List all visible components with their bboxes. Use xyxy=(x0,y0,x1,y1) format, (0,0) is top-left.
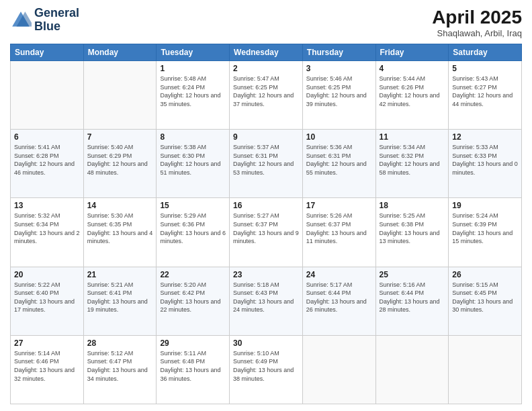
day-number: 27 xyxy=(14,338,80,348)
day-info: Sunrise: 5:33 AMSunset: 6:33 PMDaylight:… xyxy=(452,143,518,177)
day-number: 18 xyxy=(380,201,445,210)
day-number: 9 xyxy=(233,132,299,142)
calendar-cell: 7Sunrise: 5:40 AMSunset: 6:29 PMDaylight… xyxy=(83,130,157,198)
day-number: 24 xyxy=(306,270,372,279)
day-info: Sunrise: 5:32 AMSunset: 6:34 PMDaylight:… xyxy=(14,212,80,245)
day-info: Sunrise: 5:29 AMSunset: 6:36 PMDaylight:… xyxy=(160,212,226,245)
calendar-cell xyxy=(449,335,522,404)
calendar-cell: 22Sunrise: 5:20 AMSunset: 6:42 PMDayligh… xyxy=(157,267,230,335)
calendar-week-row: 27Sunrise: 5:14 AMSunset: 6:46 PMDayligh… xyxy=(11,335,522,404)
day-number: 22 xyxy=(160,270,226,279)
day-info: Sunrise: 5:34 AMSunset: 6:32 PMDaylight:… xyxy=(380,143,445,177)
day-info: Sunrise: 5:44 AMSunset: 6:26 PMDaylight:… xyxy=(380,75,445,108)
day-info: Sunrise: 5:38 AMSunset: 6:30 PMDaylight:… xyxy=(160,143,226,177)
day-info: Sunrise: 5:27 AMSunset: 6:37 PMDaylight:… xyxy=(233,212,299,245)
day-number: 1 xyxy=(160,64,226,73)
weekday-header: Tuesday xyxy=(157,44,230,61)
calendar-cell: 8Sunrise: 5:38 AMSunset: 6:30 PMDaylight… xyxy=(157,130,230,198)
day-number: 17 xyxy=(306,201,372,210)
calendar-cell: 16Sunrise: 5:27 AMSunset: 6:37 PMDayligh… xyxy=(230,198,303,267)
day-number: 2 xyxy=(233,64,299,73)
day-number: 4 xyxy=(380,64,445,73)
day-info: Sunrise: 5:11 AMSunset: 6:48 PMDaylight:… xyxy=(160,349,226,383)
calendar-week-row: 6Sunrise: 5:41 AMSunset: 6:28 PMDaylight… xyxy=(11,130,522,198)
day-number: 3 xyxy=(306,64,372,73)
calendar-cell: 28Sunrise: 5:12 AMSunset: 6:47 PMDayligh… xyxy=(83,335,157,404)
day-info: Sunrise: 5:10 AMSunset: 6:49 PMDaylight:… xyxy=(233,349,299,383)
weekday-header: Wednesday xyxy=(230,44,303,61)
subtitle: Shaqlawah, Arbil, Iraq xyxy=(432,28,522,38)
calendar-cell: 14Sunrise: 5:30 AMSunset: 6:35 PMDayligh… xyxy=(83,198,157,267)
calendar-cell: 20Sunrise: 5:22 AMSunset: 6:40 PMDayligh… xyxy=(11,267,84,335)
day-info: Sunrise: 5:43 AMSunset: 6:27 PMDaylight:… xyxy=(452,75,518,108)
title-block: April 2025 Shaqlawah, Arbil, Iraq xyxy=(432,7,522,38)
calendar-cell: 24Sunrise: 5:17 AMSunset: 6:44 PMDayligh… xyxy=(302,267,375,335)
day-info: Sunrise: 5:20 AMSunset: 6:42 PMDaylight:… xyxy=(160,281,226,314)
calendar-cell: 30Sunrise: 5:10 AMSunset: 6:49 PMDayligh… xyxy=(230,335,303,404)
calendar-cell: 26Sunrise: 5:15 AMSunset: 6:45 PMDayligh… xyxy=(449,267,522,335)
day-info: Sunrise: 5:18 AMSunset: 6:43 PMDaylight:… xyxy=(233,281,299,314)
calendar-cell xyxy=(11,61,84,130)
day-info: Sunrise: 5:41 AMSunset: 6:28 PMDaylight:… xyxy=(14,143,80,177)
logo-line2: Blue xyxy=(34,20,79,34)
calendar-cell xyxy=(83,61,157,130)
calendar-cell: 27Sunrise: 5:14 AMSunset: 6:46 PMDayligh… xyxy=(11,335,84,404)
day-info: Sunrise: 5:21 AMSunset: 6:41 PMDaylight:… xyxy=(87,281,153,314)
calendar-cell: 13Sunrise: 5:32 AMSunset: 6:34 PMDayligh… xyxy=(11,198,84,267)
day-number: 29 xyxy=(160,338,226,348)
day-info: Sunrise: 5:30 AMSunset: 6:35 PMDaylight:… xyxy=(87,212,153,245)
day-info: Sunrise: 5:12 AMSunset: 6:47 PMDaylight:… xyxy=(87,349,153,383)
day-number: 13 xyxy=(14,201,80,210)
day-number: 20 xyxy=(14,270,80,279)
day-number: 16 xyxy=(233,201,299,210)
calendar-cell: 18Sunrise: 5:25 AMSunset: 6:38 PMDayligh… xyxy=(375,198,449,267)
weekday-header: Friday xyxy=(375,44,449,61)
calendar-cell: 11Sunrise: 5:34 AMSunset: 6:32 PMDayligh… xyxy=(375,130,449,198)
calendar-cell: 25Sunrise: 5:16 AMSunset: 6:44 PMDayligh… xyxy=(375,267,449,335)
day-number: 5 xyxy=(452,64,518,73)
day-number: 7 xyxy=(87,132,153,142)
main-title: April 2025 xyxy=(432,7,522,28)
day-info: Sunrise: 5:48 AMSunset: 6:24 PMDaylight:… xyxy=(160,75,226,108)
logo: General Blue xyxy=(10,7,79,34)
calendar-week-row: 13Sunrise: 5:32 AMSunset: 6:34 PMDayligh… xyxy=(11,198,522,267)
day-info: Sunrise: 5:46 AMSunset: 6:25 PMDaylight:… xyxy=(306,75,372,108)
logo-text: General Blue xyxy=(34,7,79,34)
page: General Blue April 2025 Shaqlawah, Arbil… xyxy=(0,0,532,411)
calendar-cell: 2Sunrise: 5:47 AMSunset: 6:25 PMDaylight… xyxy=(230,61,303,130)
day-number: 30 xyxy=(233,338,299,348)
calendar-week-row: 1Sunrise: 5:48 AMSunset: 6:24 PMDaylight… xyxy=(11,61,522,130)
calendar-header-row: SundayMondayTuesdayWednesdayThursdayFrid… xyxy=(11,44,522,61)
calendar-cell: 19Sunrise: 5:24 AMSunset: 6:39 PMDayligh… xyxy=(449,198,522,267)
day-number: 19 xyxy=(452,201,518,210)
day-info: Sunrise: 5:25 AMSunset: 6:38 PMDaylight:… xyxy=(380,212,445,245)
day-number: 25 xyxy=(380,270,445,279)
calendar-cell: 3Sunrise: 5:46 AMSunset: 6:25 PMDaylight… xyxy=(302,61,375,130)
day-number: 14 xyxy=(87,201,153,210)
day-number: 8 xyxy=(160,132,226,142)
day-number: 15 xyxy=(160,201,226,210)
calendar-cell: 29Sunrise: 5:11 AMSunset: 6:48 PMDayligh… xyxy=(157,335,230,404)
calendar-cell: 4Sunrise: 5:44 AMSunset: 6:26 PMDaylight… xyxy=(375,61,449,130)
logo-line1: General xyxy=(34,7,79,20)
day-info: Sunrise: 5:36 AMSunset: 6:31 PMDaylight:… xyxy=(306,143,372,177)
calendar-cell: 15Sunrise: 5:29 AMSunset: 6:36 PMDayligh… xyxy=(157,198,230,267)
day-number: 28 xyxy=(87,338,153,348)
calendar-cell: 5Sunrise: 5:43 AMSunset: 6:27 PMDaylight… xyxy=(449,61,522,130)
day-number: 21 xyxy=(87,270,153,279)
day-info: Sunrise: 5:24 AMSunset: 6:39 PMDaylight:… xyxy=(452,212,518,245)
calendar-cell: 6Sunrise: 5:41 AMSunset: 6:28 PMDaylight… xyxy=(11,130,84,198)
day-info: Sunrise: 5:47 AMSunset: 6:25 PMDaylight:… xyxy=(233,75,299,108)
weekday-header: Sunday xyxy=(11,44,84,61)
day-number: 10 xyxy=(306,132,372,142)
calendar-table: SundayMondayTuesdayWednesdayThursdayFrid… xyxy=(10,44,522,404)
day-number: 6 xyxy=(14,132,80,142)
calendar-cell: 17Sunrise: 5:26 AMSunset: 6:37 PMDayligh… xyxy=(302,198,375,267)
day-info: Sunrise: 5:16 AMSunset: 6:44 PMDaylight:… xyxy=(380,281,445,314)
day-number: 11 xyxy=(380,132,445,142)
day-number: 23 xyxy=(233,270,299,279)
calendar-cell xyxy=(302,335,375,404)
day-info: Sunrise: 5:22 AMSunset: 6:40 PMDaylight:… xyxy=(14,281,80,314)
calendar-cell xyxy=(375,335,449,404)
calendar-week-row: 20Sunrise: 5:22 AMSunset: 6:40 PMDayligh… xyxy=(11,267,522,335)
